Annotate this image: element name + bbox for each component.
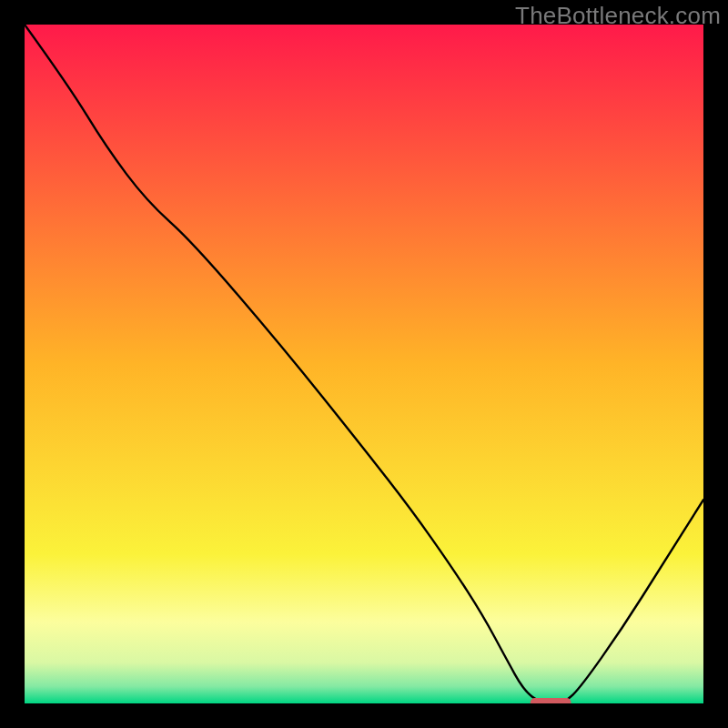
plot-area xyxy=(25,25,703,703)
target-marker xyxy=(531,698,571,703)
chart-frame: TheBottleneck.com xyxy=(0,0,728,728)
plot-svg xyxy=(25,25,703,703)
gradient-background xyxy=(25,25,703,703)
